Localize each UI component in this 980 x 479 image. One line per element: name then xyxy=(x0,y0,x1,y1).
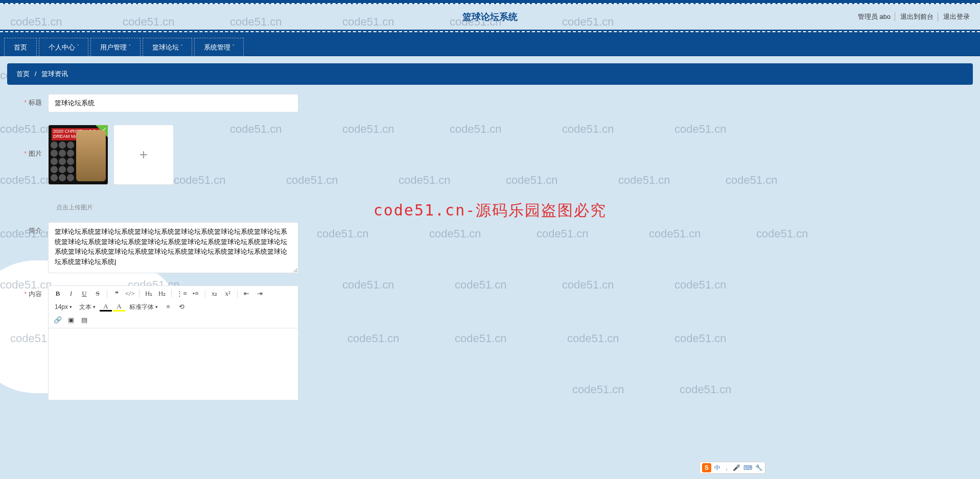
ime-toolbar[interactable]: S 中 ， 🎤 ⌨ 🔧 xyxy=(699,462,765,474)
clean-button[interactable]: ⟲ xyxy=(175,301,188,313)
h2-button[interactable]: H₂ xyxy=(156,288,168,299)
nav-personal[interactable]: 个人中心ˇ xyxy=(39,38,88,56)
row-content: 内容 B I U S ❝ </> H₁ H₂ ⋮≡ •≡ x₂ x² ⇤ xyxy=(7,285,973,400)
bg-color-button[interactable]: A xyxy=(113,302,125,312)
header: 篮球论坛系统 管理员 abo 退出到前台 退出登录 xyxy=(0,4,980,30)
thumb-team-logos xyxy=(51,141,74,181)
chevron-down-icon: ▾ xyxy=(155,304,158,309)
indent-plus-button[interactable]: ⇥ xyxy=(254,288,266,299)
title-input[interactable] xyxy=(48,94,298,112)
plus-icon: + xyxy=(139,147,148,163)
intro-textarea[interactable]: 篮球论坛系统篮球论坛系统篮球论坛系统篮球论坛系统篮球论坛系统篮球论坛系统篮球论坛… xyxy=(48,222,298,273)
ime-punct[interactable]: ， xyxy=(724,464,730,472)
font-type-select[interactable]: 文本▾ xyxy=(76,301,99,313)
tool-icon[interactable]: 🔧 xyxy=(755,464,763,471)
nav-users[interactable]: 用户管理ˇ xyxy=(90,38,140,56)
breadcrumb-home[interactable]: 首页 xyxy=(16,70,30,78)
nav-forum[interactable]: 篮球论坛ˇ xyxy=(143,38,192,56)
rich-text-editor: B I U S ❝ </> H₁ H₂ ⋮≡ •≡ x₂ x² ⇤ ⇥ xyxy=(48,285,298,400)
link-button[interactable]: 🔗 xyxy=(52,315,64,326)
thumb-players xyxy=(76,130,106,181)
editor-toolbar: B I U S ❝ </> H₁ H₂ ⋮≡ •≡ x₂ x² ⇤ ⇥ xyxy=(49,286,298,328)
chevron-down-icon: ˇ xyxy=(181,44,182,50)
ime-lang[interactable]: 中 xyxy=(714,464,720,472)
strike-button[interactable]: S xyxy=(91,288,104,299)
editor-content[interactable] xyxy=(49,328,298,400)
chevron-down-icon: ▾ xyxy=(93,304,96,309)
subscript-button[interactable]: x₂ xyxy=(208,288,221,299)
nav-system[interactable]: 系统管理ˇ xyxy=(194,38,244,56)
separator xyxy=(107,290,107,298)
unordered-list-button[interactable]: •≡ xyxy=(190,288,202,299)
italic-button[interactable]: I xyxy=(65,288,77,299)
uploaded-thumbnail[interactable]: 2020 CHRISTMAS DAY DREAM MATCHUPS xyxy=(48,125,108,185)
keyboard-icon[interactable]: ⌨ xyxy=(743,464,752,471)
align-button[interactable]: ≡ xyxy=(162,301,174,313)
separator xyxy=(205,290,205,298)
nav-top-strip xyxy=(0,30,980,35)
chevron-down-icon: ˇ xyxy=(77,44,79,50)
exit-to-front-link[interactable]: 退出到前台 xyxy=(900,13,934,20)
bold-button[interactable]: B xyxy=(52,288,64,299)
upload-add-button[interactable]: + xyxy=(113,125,174,185)
chevron-down-icon: ˇ xyxy=(129,44,130,50)
underline-button[interactable]: U xyxy=(78,288,90,299)
image-upload-area: 2020 CHRISTMAS DAY DREAM MATCHUPS + xyxy=(48,125,174,185)
row-image: 图片 2020 CHRISTMAS DAY DREAM MATCHUPS xyxy=(7,125,973,185)
top-border-strip xyxy=(0,0,980,4)
logout-link[interactable]: 退出登录 xyxy=(943,13,970,20)
label-title: 标题 xyxy=(7,94,48,107)
sogou-icon: S xyxy=(702,463,711,472)
font-family-select[interactable]: 标准字体▾ xyxy=(126,301,161,313)
nav-personal-label: 个人中心 xyxy=(49,43,75,52)
app-title: 篮球论坛系统 xyxy=(462,11,518,23)
content-area: 首页 / 篮球资讯 标题 图片 2020 CHRISTMAS DAY DREAM… xyxy=(0,56,980,420)
separator xyxy=(171,290,172,298)
breadcrumb-current: 篮球资讯 xyxy=(41,70,68,78)
font-size-select[interactable]: 14px▾ xyxy=(52,301,75,313)
indent-minus-button[interactable]: ⇤ xyxy=(241,288,253,299)
text-color-button[interactable]: A xyxy=(100,302,112,312)
chevron-down-icon: ▾ xyxy=(69,304,72,309)
code-block-button[interactable]: </> xyxy=(124,288,136,299)
nav-forum-label: 篮球论坛 xyxy=(152,43,179,52)
nav-bar: 首页 个人中心ˇ 用户管理ˇ 篮球论坛ˇ 系统管理ˇ xyxy=(0,35,980,56)
admin-label: 管理员 abo xyxy=(853,12,891,21)
mic-icon[interactable]: 🎤 xyxy=(733,464,740,471)
row-title: 标题 xyxy=(7,94,973,112)
label-content: 内容 xyxy=(7,285,48,299)
nav-home-label: 首页 xyxy=(14,43,27,52)
header-actions: 管理员 abo 退出到前台 退出登录 xyxy=(853,12,970,21)
label-image: 图片 xyxy=(7,125,48,158)
nav-system-label: 系统管理 xyxy=(204,43,230,52)
separator xyxy=(139,290,139,298)
ordered-list-button[interactable]: ⋮≡ xyxy=(175,288,188,299)
nav-home[interactable]: 首页 xyxy=(4,38,37,56)
upload-hint: 点击上传图片 xyxy=(56,203,973,212)
image-button[interactable]: ▣ xyxy=(65,315,77,326)
label-intro: 简介 xyxy=(7,222,48,235)
superscript-button[interactable]: x² xyxy=(222,288,234,299)
separator xyxy=(237,290,238,298)
h1-button[interactable]: H₁ xyxy=(143,288,155,299)
video-button[interactable]: ▤ xyxy=(78,315,90,326)
breadcrumb: 首页 / 篮球资讯 xyxy=(7,63,973,85)
nav-users-label: 用户管理 xyxy=(100,43,127,52)
row-intro: 简介 篮球论坛系统篮球论坛系统篮球论坛系统篮球论坛系统篮球论坛系统篮球论坛系统篮… xyxy=(7,222,973,273)
breadcrumb-sep: / xyxy=(35,70,37,78)
chevron-down-icon: ˇ xyxy=(232,44,234,50)
blockquote-button[interactable]: ❝ xyxy=(110,288,123,299)
